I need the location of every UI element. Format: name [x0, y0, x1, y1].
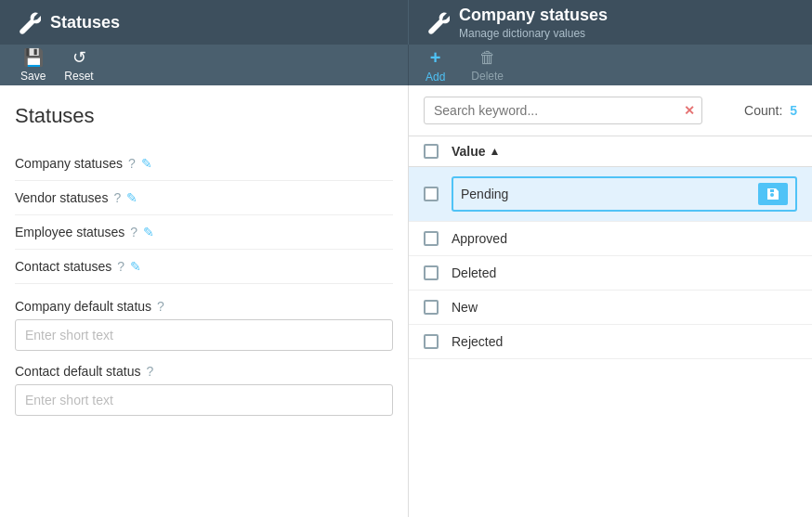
- count-value: 5: [790, 103, 797, 118]
- row1-check-col: [424, 231, 452, 246]
- row3-check-col: [424, 300, 452, 315]
- row0-save-button[interactable]: [758, 183, 788, 205]
- contact-default-input[interactable]: [15, 384, 393, 416]
- toolbar-bar: 💾 Save ↺ Reset + Add 🗑 Delete: [0, 45, 812, 85]
- left-panel: Statuses Company statuses ? ✎ Vendor sta…: [0, 85, 409, 517]
- save-label: Save: [20, 70, 46, 83]
- table-row: Rejected: [409, 325, 812, 359]
- header-bar: Statuses Company statuses Manage diction…: [0, 0, 812, 45]
- contact-default-label: Contact default status: [15, 364, 140, 379]
- row1-value: Approved: [452, 231, 797, 246]
- add-label: Add: [426, 71, 445, 84]
- right-header-text: Company statuses Manage dictionary value…: [459, 6, 608, 40]
- save-icon: 💾: [23, 47, 44, 68]
- vendor-statuses-label: Vendor statuses: [15, 190, 108, 205]
- contact-default-help-icon[interactable]: ?: [146, 364, 153, 379]
- delete-button[interactable]: 🗑 Delete: [465, 45, 509, 86]
- right-header-subtitle: Manage dictionary values: [459, 27, 608, 40]
- company-help-icon[interactable]: ?: [128, 156, 136, 171]
- vendor-help-icon[interactable]: ?: [113, 190, 121, 205]
- table-row: Pending: [409, 167, 812, 222]
- reset-icon: ↺: [72, 47, 86, 68]
- save-button[interactable]: 💾 Save: [15, 44, 51, 86]
- status-item-contact: Contact statuses ? ✎: [15, 250, 393, 284]
- table-body: Pending Approved: [409, 167, 812, 517]
- row4-checkbox[interactable]: [424, 334, 439, 349]
- status-item-employee: Employee statuses ? ✎: [15, 215, 393, 250]
- sort-asc-icon: ▲: [490, 145, 501, 158]
- header-checkbox[interactable]: [424, 144, 439, 159]
- company-default-label-wrap: Company default status ?: [15, 299, 393, 314]
- row2-checkbox[interactable]: [424, 265, 439, 280]
- header-left: Statuses: [0, 0, 409, 45]
- row0-value: Pending: [461, 187, 758, 201]
- employee-statuses-label: Employee statuses: [15, 225, 124, 239]
- row3-value: New: [452, 300, 797, 315]
- employee-edit-icon[interactable]: ✎: [143, 225, 154, 239]
- table-row: Approved: [409, 222, 812, 256]
- vendor-edit-icon[interactable]: ✎: [126, 190, 138, 205]
- row4-check-col: [424, 334, 452, 349]
- company-default-label: Company default status: [15, 299, 151, 314]
- left-header-title: Statuses: [50, 13, 120, 32]
- contact-default-label-wrap: Contact default status ?: [15, 364, 393, 379]
- toolbar-left: 💾 Save ↺ Reset: [0, 45, 409, 85]
- contact-statuses-label: Contact statuses: [15, 259, 111, 274]
- row2-value: Deleted: [452, 265, 797, 280]
- row1-checkbox[interactable]: [424, 231, 439, 246]
- search-bar: ✕ Count: 5: [409, 85, 812, 136]
- table-row: Deleted: [409, 256, 812, 291]
- wrench-icon-right: [424, 9, 450, 35]
- header-right: Company statuses Manage dictionary value…: [409, 0, 812, 45]
- company-default-help-icon[interactable]: ?: [157, 299, 164, 314]
- search-input-wrap: ✕: [424, 97, 702, 124]
- status-item-company: Company statuses ? ✎: [15, 147, 393, 181]
- company-default-input[interactable]: [15, 319, 393, 351]
- row0-checkbox[interactable]: [424, 187, 439, 201]
- right-header-title: Company statuses: [459, 6, 608, 25]
- add-button[interactable]: + Add: [420, 44, 451, 87]
- reset-label: Reset: [64, 70, 93, 83]
- value-column-label: Value: [452, 144, 486, 159]
- right-panel: ✕ Count: 5 Value ▲: [409, 85, 812, 517]
- contact-edit-icon[interactable]: ✎: [130, 259, 141, 274]
- table-row: New: [409, 291, 812, 325]
- row0-check-col: [424, 187, 452, 201]
- panel-title: Statuses: [15, 104, 393, 128]
- delete-label: Delete: [471, 70, 504, 83]
- main-content: Statuses Company statuses ? ✎ Vendor sta…: [0, 85, 812, 517]
- count-label: Count: 5: [744, 103, 797, 118]
- value-column-header[interactable]: Value ▲: [452, 144, 797, 159]
- header-checkbox-col: [424, 144, 452, 159]
- delete-icon: 🗑: [479, 48, 496, 68]
- count-text: Count:: [744, 103, 782, 118]
- reset-button[interactable]: ↺ Reset: [59, 44, 98, 86]
- company-statuses-label: Company statuses: [15, 156, 123, 171]
- row0-inline-edit[interactable]: Pending: [452, 176, 797, 212]
- search-clear-icon[interactable]: ✕: [684, 103, 695, 118]
- search-input[interactable]: [424, 97, 702, 124]
- wrench-icon-left: [15, 9, 41, 35]
- toolbar-right: + Add 🗑 Delete: [409, 45, 812, 85]
- row3-checkbox[interactable]: [424, 300, 439, 315]
- employee-help-icon[interactable]: ?: [130, 225, 138, 239]
- add-icon: +: [430, 47, 441, 69]
- contact-help-icon[interactable]: ?: [117, 259, 124, 274]
- company-edit-icon[interactable]: ✎: [141, 156, 152, 171]
- table-header: Value ▲: [409, 136, 812, 167]
- row4-value: Rejected: [452, 334, 797, 349]
- status-item-vendor: Vendor statuses ? ✎: [15, 181, 393, 215]
- row2-check-col: [424, 265, 452, 280]
- save-row-icon: [766, 187, 780, 201]
